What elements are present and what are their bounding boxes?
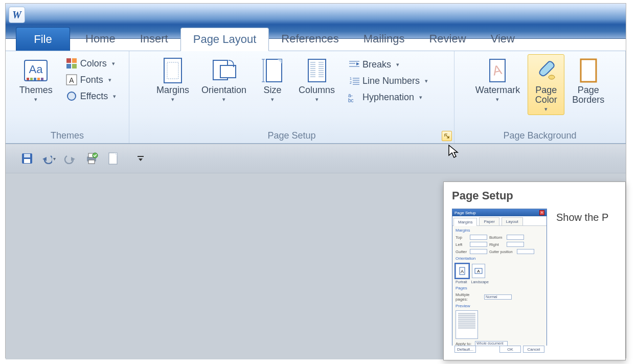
chevron-down-icon: ▾ [112,60,115,67]
customize-qat-button[interactable] [133,151,148,166]
tab-review[interactable]: Review [417,27,478,51]
tab-page-layout[interactable]: Page Layout [180,28,269,51]
orientation-button[interactable]: Orientation ▾ [197,54,251,105]
close-icon: × [539,210,544,215]
breaks-label: Breaks [362,59,391,70]
tab-label: View [491,32,515,46]
svg-text:1: 1 [350,77,352,80]
mini-tab-layout: Layout [502,217,523,225]
svg-rect-10 [72,64,77,69]
svg-text:Aa: Aa [29,63,43,76]
svg-point-55 [549,75,555,79]
mini-value: Normal [484,294,512,300]
page-color-button[interactable]: Page Color ▾ [528,54,564,115]
watermark-button[interactable]: A Watermark ▾ [471,54,525,105]
ribbon: Aa Themes ▾ Colors ▾ A Fonts ▾ [6,51,626,144]
tab-label: Page Layout [193,33,257,46]
chevron-down-icon: ▾ [419,94,422,101]
columns-icon [303,57,331,84]
save-button[interactable] [20,151,34,166]
file-tab[interactable]: File [16,27,70,51]
columns-button[interactable]: Columns ▾ [294,54,339,105]
svg-rect-4 [34,78,36,80]
file-tab-label: File [34,33,52,46]
tab-label: References [281,32,339,46]
mini-pages-section: Pages [456,286,543,290]
mini-field: Right [489,242,505,247]
chevron-down-icon: ▾ [222,96,225,103]
tab-home[interactable]: Home [73,27,128,51]
chevron-down-icon: ▾ [425,78,428,84]
mini-field: Gutter position [489,250,515,254]
group-themes: Aa Themes ▾ Colors ▾ A Fonts ▾ [6,51,129,143]
margins-label: Margins [156,85,189,95]
fonts-icon: A [66,74,77,85]
chevron-down-icon: ▾ [396,61,399,68]
mini-landscape-label: Landscape [471,280,489,284]
svg-text:2: 2 [350,81,352,84]
effects-icon [66,90,77,102]
group-label-page-background: Page Background [459,128,621,142]
size-label: Size [263,85,281,95]
tab-references[interactable]: References [269,27,351,51]
page-borders-button[interactable]: Page Borders [567,54,609,107]
hyphenation-label: Hyphenation [362,92,414,103]
tab-view[interactable]: View [479,27,527,51]
svg-rect-58 [24,154,30,157]
mouse-cursor-icon [447,144,460,160]
hyphenation-icon: a-bc [348,92,359,103]
mini-portrait-label: Portrait [456,280,467,284]
tab-label: Insert [140,32,168,46]
colors-icon [66,58,77,69]
svg-rect-56 [581,59,596,82]
mini-preview-section: Preview [456,304,543,308]
page-color-label: Page Color [535,85,557,105]
page-color-icon [532,57,560,84]
mini-landscape-icon: A [472,264,485,278]
mini-tab-margins: Margins [453,218,477,226]
mini-tab-paper: Paper [479,217,499,225]
breaks-button[interactable]: Breaks ▾ [345,57,431,72]
undo-button[interactable]: ▾ [41,151,56,166]
theme-colors-button[interactable]: Colors ▾ [62,56,120,71]
orientation-icon [210,57,238,84]
svg-text:A: A [477,269,480,274]
mini-margins-section: Margins [456,228,543,233]
tab-insert[interactable]: Insert [128,27,180,51]
svg-rect-59 [24,159,30,163]
mini-dialog-title: Page Setup [454,211,476,215]
svg-rect-5 [37,78,40,80]
chevron-down-icon: ▾ [34,96,37,103]
size-button[interactable]: Size ▾ [254,54,291,105]
hyphenation-button[interactable]: a-bc Hyphenation ▾ [345,90,431,104]
quick-print-button[interactable] [84,151,99,166]
fonts-label: Fonts [80,75,103,85]
group-label-themes: Themes [10,128,125,142]
mini-cancel-button: Cancel [523,346,544,353]
new-document-button[interactable] [106,151,120,166]
theme-effects-button[interactable]: Effects ▾ [62,89,120,103]
colors-label: Colors [80,58,107,69]
mini-field: Top [456,235,468,240]
chevron-down-icon: ▾ [544,106,548,112]
redo-button[interactable] [63,151,77,166]
line-numbers-button[interactable]: 12 Line Numbers ▾ [345,74,431,88]
chevron-down-icon: ▾ [271,96,274,103]
page-setup-dialog-launcher[interactable] [442,131,452,141]
chevron-down-icon: ▾ [315,96,318,103]
group-label-page-setup: Page Setup [133,128,450,142]
mini-ok-button: OK [499,346,521,353]
svg-text:A: A [461,269,464,274]
tooltip-title: Page Setup [452,189,617,202]
margins-button[interactable]: Margins ▾ [152,54,194,105]
watermark-icon: A [484,57,511,84]
mini-default-button: Default... [454,346,476,353]
svg-rect-6 [41,78,43,80]
theme-fonts-button[interactable]: A Fonts ▾ [62,73,120,87]
svg-marker-43 [356,62,359,65]
breaks-icon [348,59,359,70]
tab-mailings[interactable]: Mailings [351,27,417,51]
svg-rect-9 [66,64,71,69]
themes-button[interactable]: Aa Themes ▾ [15,54,57,105]
chevron-down-icon: ▾ [113,93,116,100]
